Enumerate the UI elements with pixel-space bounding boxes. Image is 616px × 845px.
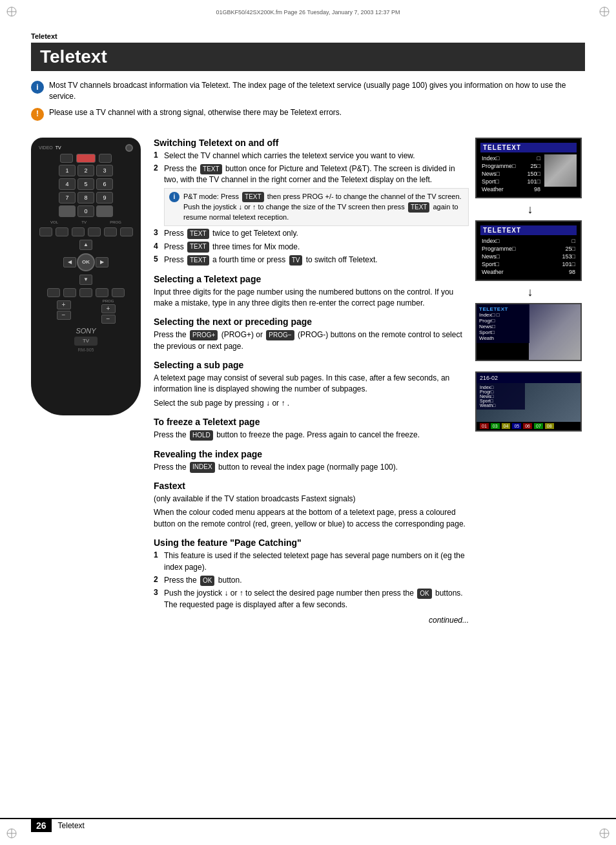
tv-row-1-1: Index□□ [480, 154, 542, 162]
step-2: 2 Press the TEXT button once for Picture… [154, 163, 469, 186]
step3-btn: TEXT [187, 229, 209, 240]
step-4-num: 4 [154, 242, 161, 253]
remote-btn-standby[interactable] [60, 154, 73, 163]
remote-btn-l1[interactable] [47, 288, 60, 297]
step5-tv-btn: TV [289, 255, 303, 266]
remote-sensor [125, 144, 133, 152]
vol-label: VOL [50, 220, 58, 224]
remote-ok-button[interactable]: OK [77, 253, 95, 271]
remote-vol-prog: + − PROG + − [36, 299, 136, 324]
remote-btn-l3[interactable] [79, 288, 92, 297]
tv-screens-column: TELETEXT Index□□ Programme□25□ [475, 138, 585, 625]
remote-vol-up[interactable]: + [57, 300, 71, 309]
remote-btn-4[interactable]: 4 [59, 178, 76, 190]
remote-btn-m1[interactable] [39, 227, 52, 236]
step-1-num: 1 [154, 151, 161, 162]
remote-control: VIDEO TV 1 2 3 [31, 138, 141, 415]
step4-btn: TEXT [187, 242, 209, 253]
tv-subpage-screen: 216-02 Index□ Progr□ News□ Sport□ Weath□ [475, 371, 582, 432]
remote-vol-down[interactable]: − [57, 311, 71, 320]
remote-btn-3[interactable]: 3 [96, 165, 113, 176]
subpage-footer: 01 03 04 05 06 07 08 [477, 422, 580, 430]
pc-step-1: 1 This feature is used if the selected t… [154, 550, 469, 573]
heading-switching: Switching Teletext on and off [154, 138, 469, 148]
heading-next-preceding: Selecting the next or preceding page [154, 317, 469, 327]
body-next-preceding: Press the PROG+ (PROG+) or PROG− (PROG-)… [154, 329, 469, 352]
tv-row-2-3: News□153□ [480, 253, 577, 260]
remote-btn-8[interactable]: 8 [77, 192, 94, 203]
footer-btn-05: 05 [512, 423, 521, 429]
footer-btn-03: 03 [491, 423, 500, 429]
pc-step-3: 3 Push the joystick ↓ or ↑ to select the… [154, 588, 469, 610]
remote-top-bar: VIDEO TV [36, 144, 136, 152]
heading-fastext: Fastext [154, 481, 469, 491]
body-sub-page2: Select the sub page by pressing ↓ or ↑ . [154, 398, 469, 409]
remote-btn-7[interactable]: 7 [59, 192, 76, 203]
remote-btn-m6[interactable] [120, 227, 133, 236]
tv-row-2-1: Index□□ [480, 237, 577, 245]
step-2-num: 2 [154, 163, 161, 186]
text-btn: TEXT [200, 164, 222, 175]
remote-top-buttons [36, 154, 136, 163]
prog-label2: PROG [103, 299, 114, 303]
tv-row-1-3: News□150□ [480, 170, 542, 178]
tv-title-1: TELETEXT [480, 143, 577, 152]
page-title: Teletext [31, 43, 585, 71]
remote-btn-m5[interactable] [104, 227, 117, 236]
remote-btn-6[interactable]: 6 [96, 178, 113, 190]
heading-freeze: To freeze a Teletext page [154, 417, 469, 427]
remote-btn-m4[interactable] [88, 227, 101, 236]
remote-prog-up[interactable]: + [101, 304, 116, 313]
subpage-inset: Index□ Progr□ News□ Sport□ Weath□ [477, 383, 525, 410]
step-4-text: Press TEXT three times for Mix mode. [164, 242, 469, 253]
remote-btn-l5[interactable] [112, 288, 125, 297]
remote-tv-label-top: TV [56, 145, 61, 150]
remote-dpad-down[interactable]: ▼ [79, 275, 92, 285]
remote-dpad: ▲ ▼ ◀ ▶ OK [63, 240, 108, 285]
remote-prog-down[interactable]: − [101, 315, 116, 324]
tv-row-2-2: Programme□25□ [480, 245, 577, 253]
info-box-1: i Most TV channels broadcast information… [31, 80, 585, 102]
remote-btn-0[interactable]: 0 [77, 205, 94, 217]
remote-illustration: VIDEO TV 1 2 3 [31, 138, 141, 415]
pc-step-1-text: This feature is used if the selected tel… [164, 550, 469, 573]
remote-btn-m2[interactable] [56, 227, 68, 236]
index-btn: INDEX [190, 462, 215, 473]
footer-section-label: Teletext [58, 821, 85, 830]
step5-btn: TEXT [187, 255, 209, 266]
main-content: VIDEO TV 1 2 3 [31, 138, 585, 625]
remote-btn-extra2[interactable] [96, 205, 113, 217]
pc-step-3-num: 3 [154, 588, 161, 610]
remote-btn-tv-video[interactable] [76, 154, 96, 163]
remote-btn-2[interactable]: 2 [77, 165, 94, 176]
note-box: i P&T mode: Press TEXT then press PROG +… [164, 188, 469, 227]
body-index: Press the INDEX button to reveal the ind… [154, 462, 469, 473]
footer-btn-01: 01 [480, 423, 489, 429]
remote-dpad-up[interactable]: ▲ [79, 240, 92, 250]
remote-btn-5[interactable]: 5 [77, 178, 94, 190]
remote-btn-extra1[interactable] [99, 154, 112, 163]
heading-sub-page: Selecting a sub page [154, 360, 469, 370]
tv-screen-1: TELETEXT Index□□ Programme□25□ [475, 138, 582, 198]
remote-btn-1[interactable]: 1 [59, 165, 76, 176]
step-5-num: 5 [154, 255, 161, 266]
file-header: 01GBKF50/42SX200K.fm Page 26 Tuesday, Ja… [216, 9, 400, 16]
body-freeze: Press the HOLD button to freeze the page… [154, 430, 469, 441]
remote-tv-bottom[interactable]: TV [74, 337, 98, 346]
tv-row-1-5: Weather98 [480, 185, 542, 193]
remote-btn-l2[interactable] [63, 288, 76, 297]
remote-dpad-left[interactable]: ◀ [63, 257, 76, 267]
breadcrumb: Teletext [31, 32, 585, 40]
remote-video-label: VIDEO [39, 145, 53, 150]
heading-page-catching: Using the feature "Page Catching" [154, 537, 469, 548]
remote-btn-m3[interactable] [72, 227, 85, 236]
subpage-header: 216-02 [477, 373, 580, 383]
remote-lower-buttons [36, 288, 136, 297]
hold-btn: HOLD [190, 430, 213, 441]
remote-btn-extra[interactable] [59, 205, 76, 217]
page-footer: 26 Teletext [0, 818, 616, 832]
remote-dpad-right[interactable]: ▶ [96, 257, 108, 267]
footer-page-number: 26 [31, 819, 52, 832]
remote-btn-l4[interactable] [96, 288, 108, 297]
remote-btn-9[interactable]: 9 [96, 192, 113, 203]
